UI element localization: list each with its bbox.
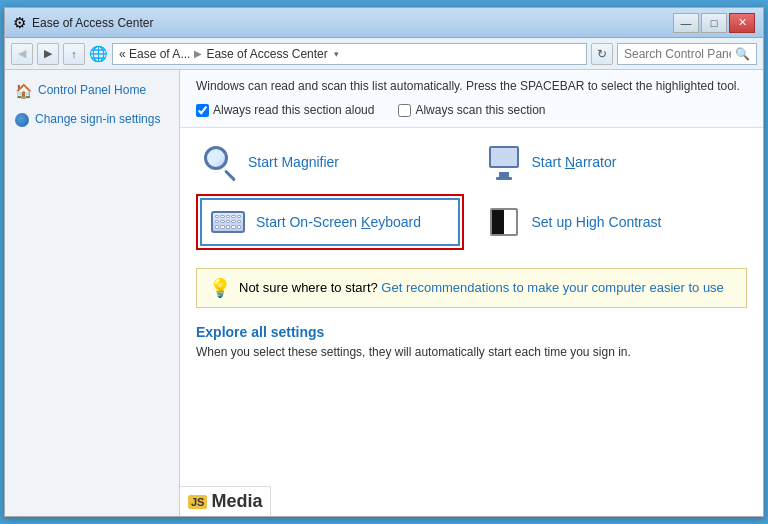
window-icon: ⚙: [13, 14, 26, 32]
kb-row-1: [215, 215, 241, 218]
kb-key: [220, 215, 224, 218]
title-bar: ⚙ Ease of Access Center — □ ✕: [5, 8, 763, 38]
address-bar: ◀ ▶ ↑ 🌐 « Ease of A... ▶ Ease of Access …: [5, 38, 763, 70]
contrast-right: [504, 210, 516, 234]
contrast-icon: [486, 204, 522, 240]
keyboard-label[interactable]: Start On-Screen Keyboard: [256, 213, 421, 231]
magnifier-icon-wrap: [202, 144, 238, 180]
home-icon: 🏠: [15, 82, 32, 100]
quick-actions-grid: Start Magnifier Start Narrator: [180, 128, 763, 260]
forward-button[interactable]: ▶: [37, 43, 59, 65]
maximize-button[interactable]: □: [701, 13, 727, 33]
watermark-label: Media: [211, 491, 262, 512]
kb-key: [215, 220, 219, 223]
kb-key: [220, 225, 224, 228]
magnifier-label[interactable]: Start Magnifier: [248, 153, 339, 171]
sidebar-home-label: Control Panel Home: [38, 83, 146, 99]
title-bar-controls: — □ ✕: [673, 13, 755, 33]
tips-content: Not sure where to start? Get recommendat…: [239, 280, 724, 295]
contrast-icon-wrap: [486, 204, 522, 240]
contrast-label[interactable]: Set up High Contrast: [532, 213, 662, 231]
action-magnifier[interactable]: Start Magnifier: [196, 138, 464, 186]
explore-text: When you select these settings, they wil…: [196, 344, 747, 361]
checkbox-read-aloud[interactable]: Always read this section aloud: [196, 103, 374, 117]
explore-section: Explore all settings When you select the…: [180, 316, 763, 373]
path-dropdown-icon[interactable]: ▾: [334, 49, 339, 59]
checkboxes-row: Always read this section aloud Always sc…: [196, 103, 747, 117]
signin-icon: [15, 113, 29, 127]
contrast-left: [492, 210, 504, 234]
tips-prefix: Not sure where to start?: [239, 280, 378, 295]
kb-key: [231, 225, 235, 228]
checkbox-scan-label: Always scan this section: [415, 103, 545, 117]
kb-key: [215, 225, 219, 228]
title-bar-left: ⚙ Ease of Access Center: [13, 14, 153, 32]
tips-link[interactable]: Get recommendations to make your compute…: [381, 280, 724, 295]
address-globe-icon: 🌐: [89, 45, 108, 63]
keyboard-body: [211, 211, 245, 233]
explore-title[interactable]: Explore all settings: [196, 324, 747, 340]
action-narrator[interactable]: Start Narrator: [480, 138, 748, 186]
minimize-button[interactable]: —: [673, 13, 699, 33]
search-input[interactable]: [624, 47, 731, 61]
back-button[interactable]: ◀: [11, 43, 33, 65]
sidebar-item-home[interactable]: 🏠 Control Panel Home: [15, 82, 169, 100]
kb-row-2: [215, 220, 241, 223]
contrast-body: [490, 208, 518, 236]
path-current: Ease of Access Center: [206, 47, 327, 61]
magnifier-icon: [202, 144, 238, 180]
narrator-icon: [486, 144, 522, 180]
search-icon: 🔍: [735, 47, 750, 61]
magnifier-circle: [204, 146, 228, 170]
keyboard-icon-wrap: [210, 204, 246, 240]
content-pane: Windows can read and scan this list auto…: [180, 70, 763, 516]
kb-key: [215, 215, 219, 218]
kb-row-3: [215, 225, 241, 228]
main-area: 🏠 Control Panel Home Change sign-in sett…: [5, 70, 763, 516]
kb-key: [226, 220, 230, 223]
up-button[interactable]: ↑: [63, 43, 85, 65]
window-title: Ease of Access Center: [32, 16, 153, 30]
path-separator: ▶: [194, 48, 202, 59]
kb-key: [226, 225, 230, 228]
narrator-label[interactable]: Start Narrator: [532, 153, 617, 171]
window: ⚙ Ease of Access Center — □ ✕ ◀ ▶ ↑ 🌐 « …: [4, 7, 764, 517]
checkbox-scan[interactable]: Always scan this section: [398, 103, 545, 117]
kb-key: [220, 220, 224, 223]
checkbox-read-aloud-input[interactable]: [196, 104, 209, 117]
kb-key: [237, 220, 241, 223]
refresh-button[interactable]: ↻: [591, 43, 613, 65]
tips-section: 💡 Not sure where to start? Get recommend…: [196, 268, 747, 308]
action-contrast[interactable]: Set up High Contrast: [480, 194, 748, 250]
content-inner: Windows can read and scan this list auto…: [180, 70, 763, 373]
search-box: 🔍: [617, 43, 757, 65]
sidebar: 🏠 Control Panel Home Change sign-in sett…: [5, 70, 180, 516]
magnifier-handle: [224, 169, 236, 181]
kb-key: [231, 220, 235, 223]
bulb-icon: 💡: [209, 277, 231, 299]
watermark: JS Media: [180, 486, 271, 516]
top-section: Windows can read and scan this list auto…: [180, 70, 763, 128]
sidebar-item-signin[interactable]: Change sign-in settings: [15, 112, 169, 128]
narrator-monitor-base: [496, 177, 512, 180]
keyboard-icon: [210, 204, 246, 240]
kb-key: [237, 215, 241, 218]
kb-key: [231, 215, 235, 218]
action-keyboard[interactable]: Start On-Screen Keyboard: [196, 194, 464, 250]
sidebar-signin-label: Change sign-in settings: [35, 112, 160, 128]
kb-key: [226, 215, 230, 218]
narrator-monitor-wrap: [486, 144, 522, 180]
path-root: « Ease of A...: [119, 47, 190, 61]
close-button[interactable]: ✕: [729, 13, 755, 33]
narrator-monitor-body: [489, 146, 519, 168]
top-description: Windows can read and scan this list auto…: [196, 78, 747, 95]
kb-key: [237, 225, 241, 228]
checkbox-read-aloud-label: Always read this section aloud: [213, 103, 374, 117]
address-path[interactable]: « Ease of A... ▶ Ease of Access Center ▾: [112, 43, 587, 65]
keyboard-inner-highlight: Start On-Screen Keyboard: [200, 198, 460, 246]
js-badge: JS: [188, 495, 207, 509]
checkbox-scan-input[interactable]: [398, 104, 411, 117]
